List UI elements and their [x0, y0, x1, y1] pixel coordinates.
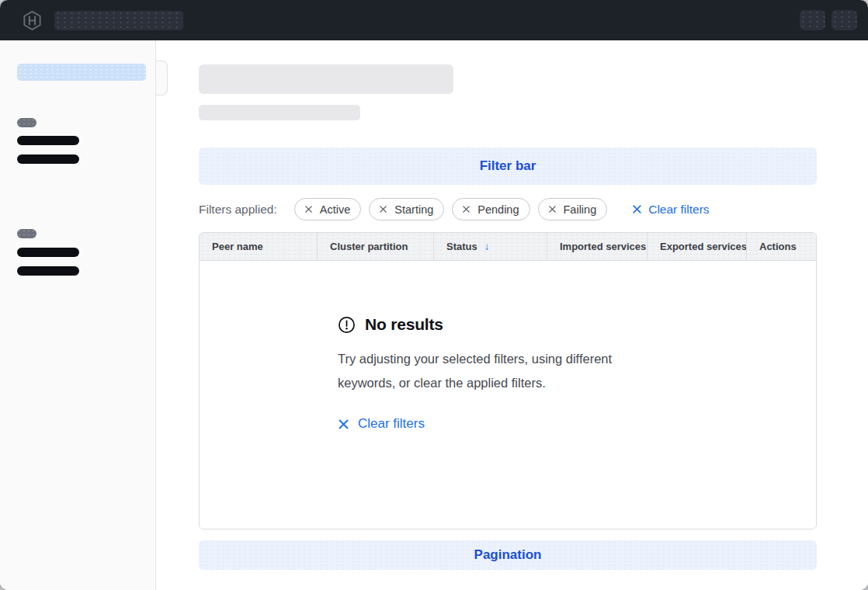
- nav-action-skeleton-1[interactable]: [800, 10, 825, 30]
- page-subtitle-skeleton: [199, 105, 360, 120]
- sidebar-section-label-skeleton-2: [17, 229, 36, 238]
- empty-state: No results Try adjusting your selected f…: [338, 261, 672, 432]
- table-header-row: Peer name Cluster partition Status ↓ Imp…: [200, 233, 816, 261]
- page-title-skeleton: [199, 64, 453, 94]
- sidebar-nav-item-skeleton-3[interactable]: [17, 248, 79, 257]
- sidebar-section-label-skeleton-1: [17, 118, 36, 127]
- peers-table: Peer name Cluster partition Status ↓ Imp…: [199, 232, 817, 529]
- column-header-label: Exported services: [660, 241, 746, 252]
- filter-pills: Active Starting Pending Failing: [294, 198, 607, 220]
- sidebar-nav-item-skeleton-1[interactable]: [17, 136, 79, 145]
- column-header-label: Cluster partition: [330, 241, 408, 252]
- filter-pill-label: Starting: [394, 203, 433, 216]
- filter-pill-active[interactable]: Active: [294, 198, 362, 220]
- empty-state-clear-filters-link[interactable]: Clear filters: [338, 416, 672, 432]
- clear-filters-label: Clear filters: [648, 203, 709, 217]
- column-header-label: Status: [446, 241, 477, 252]
- column-header-peer-name: Peer name: [200, 233, 317, 260]
- x-icon[interactable]: [304, 205, 313, 213]
- column-header-exported-services: Exported services: [647, 233, 746, 260]
- alert-circle-icon: [338, 316, 356, 334]
- sidebar-toggle-notch[interactable]: [156, 61, 168, 95]
- x-icon[interactable]: [379, 205, 387, 213]
- top-navbar: [0, 0, 868, 40]
- filters-applied-label: Filters applied:: [199, 203, 277, 217]
- clear-filters-link[interactable]: Clear filters: [632, 203, 709, 217]
- column-header-imported-services: Imported services: [547, 233, 647, 260]
- sidebar-nav-item-skeleton-4[interactable]: [17, 266, 79, 276]
- filter-bar-placeholder: Filter bar: [199, 148, 817, 185]
- x-icon[interactable]: [548, 205, 557, 213]
- filter-pill-pending[interactable]: Pending: [452, 198, 529, 220]
- nav-search-skeleton[interactable]: [54, 11, 183, 30]
- column-header-actions: Actions: [746, 233, 817, 260]
- column-header-label: Peer name: [212, 241, 263, 252]
- nav-action-skeleton-2[interactable]: [832, 10, 857, 30]
- empty-state-header: No results: [338, 315, 672, 334]
- main-panel: Filter bar Filters applied: Active Start…: [157, 40, 868, 590]
- sidebar-nav-item-skeleton-2[interactable]: [17, 154, 79, 164]
- filter-bar-label: Filter bar: [480, 158, 536, 174]
- table-body: No results Try adjusting your selected f…: [200, 261, 816, 529]
- column-header-label: Actions: [759, 241, 797, 252]
- empty-state-title: No results: [365, 315, 443, 334]
- column-header-status[interactable]: Status ↓: [433, 233, 547, 260]
- applied-filters-row: Filters applied: Active Starting Pending: [199, 198, 817, 220]
- filter-pill-label: Pending: [477, 203, 519, 216]
- empty-state-clear-filters-label: Clear filters: [358, 416, 425, 432]
- x-icon: [338, 418, 349, 430]
- empty-state-description: Try adjusting your selected filters, usi…: [338, 347, 672, 395]
- filter-pill-label: Failing: [564, 203, 597, 216]
- arrow-down-icon[interactable]: ↓: [484, 241, 490, 252]
- pagination-placeholder: Pagination: [199, 540, 817, 570]
- filter-pill-failing[interactable]: Failing: [538, 198, 608, 220]
- sidebar-selected-item-skeleton[interactable]: [17, 64, 146, 81]
- filter-pill-label: Active: [320, 203, 351, 216]
- app-window: Filter bar Filters applied: Active Start…: [0, 0, 868, 590]
- x-icon: [632, 204, 642, 214]
- nav-actions: [800, 10, 857, 30]
- column-header-cluster-partition: Cluster partition: [317, 233, 433, 260]
- pagination-label: Pagination: [474, 547, 542, 563]
- filter-pill-starting[interactable]: Starting: [369, 198, 444, 220]
- hashicorp-logo-icon: [22, 10, 43, 31]
- column-header-label: Imported services: [560, 241, 646, 252]
- x-icon[interactable]: [462, 205, 470, 213]
- sidebar: [0, 40, 156, 590]
